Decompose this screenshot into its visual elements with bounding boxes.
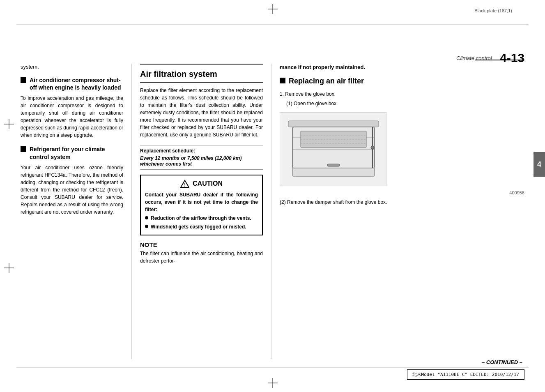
caution-bullet-2: Windshield gets easily fogged or misted. xyxy=(145,224,258,231)
replacing-icon xyxy=(280,78,285,83)
caution-intro: Contact your SUBARU dealer if the follow… xyxy=(145,192,258,212)
caution-body: Contact your SUBARU dealer if the follow… xyxy=(145,191,258,231)
middle-column: Air filtration system Replace the filter… xyxy=(131,64,271,359)
bullet-text-1: Reduction of the airflow through the ven… xyxy=(151,215,251,222)
crosshair-top xyxy=(268,4,278,14)
page-border-bottom xyxy=(16,367,529,367)
system-text: system. xyxy=(21,64,123,70)
caution-bullet-1: Reduction of the airflow through the ven… xyxy=(145,215,258,222)
air-filtration-body: Replace the filter element according to … xyxy=(140,87,263,138)
svg-text:!: ! xyxy=(184,182,186,187)
section2-heading: Refrigerant for your climate control sys… xyxy=(21,145,123,160)
footer-bar: 北米Model "A1110BE-C" EDITED: 2010/12/17 xyxy=(407,369,524,380)
glove-box-image xyxy=(280,112,386,186)
step-1-sub-text: Open the glove box. xyxy=(294,101,338,106)
bullet-text-2: Windshield gets easily fogged or misted. xyxy=(151,224,246,231)
note-body: The filter can influence the air conditi… xyxy=(140,250,263,265)
steps-list: 1. Remove the glove box. (1) Open the gl… xyxy=(280,90,524,108)
svg-point-23 xyxy=(371,146,374,149)
caution-triangle-icon: ! xyxy=(180,180,189,188)
step-1-sub-num: (1) xyxy=(286,101,294,106)
section1-icon xyxy=(21,77,26,83)
plate-info: Black plate (187,1) xyxy=(474,8,512,13)
page-number-separator xyxy=(494,55,497,61)
replacement-schedule-box: Replacement schedule: Every 12 months or… xyxy=(140,145,263,170)
section1-title: Air conditioner compressor shut-off when… xyxy=(30,76,123,91)
replacement-value: Every 12 months or 7,500 miles (12,000 k… xyxy=(140,155,263,167)
svg-rect-15 xyxy=(327,164,340,166)
note-box: NOTE The filter can influence the air co… xyxy=(140,241,263,265)
bullet-dot-1 xyxy=(145,216,148,219)
step-2-text: (2) Remove the damper shaft from the glo… xyxy=(280,198,524,206)
step-1-num: 1. xyxy=(280,91,285,97)
step-1-sub: (1) Open the glove box. xyxy=(280,100,524,108)
crosshair-bottom xyxy=(268,378,278,388)
continued-text: – CONTINUED – xyxy=(482,359,522,365)
caution-box: ! CAUTION Contact your SUBARU dealer if … xyxy=(140,175,263,235)
section2-body: Your air conditioner uses ozone friendly… xyxy=(21,164,123,216)
mid-top-rule xyxy=(140,64,263,65)
section2-icon xyxy=(21,146,26,152)
svg-rect-17 xyxy=(292,168,375,176)
replacement-label: Replacement schedule: xyxy=(140,148,263,154)
chapter-label: Climate control xyxy=(456,55,492,61)
replacing-title: Replacing an air filter xyxy=(289,77,364,85)
page-border-top xyxy=(16,25,529,25)
right-column: mance if not properly maintained. Replac… xyxy=(271,64,524,359)
section-tab: 4 xyxy=(534,152,545,177)
section1-body: To improve acceleration and gas mileage,… xyxy=(21,95,123,139)
caution-header: ! CAUTION xyxy=(145,180,258,188)
page-number: 4-13 xyxy=(500,51,524,65)
left-column: system. Air conditioner compressor shut-… xyxy=(21,64,131,359)
svg-rect-11 xyxy=(288,121,379,127)
section1-heading: Air conditioner compressor shut-off when… xyxy=(21,76,123,91)
bullet-dot-2 xyxy=(145,225,148,228)
caution-label: CAUTION xyxy=(193,180,223,187)
image-caption: 400956 xyxy=(280,190,524,195)
crosshair-left-bottom xyxy=(4,263,14,273)
mance-text: mance if not properly maintained. xyxy=(280,64,524,71)
content-area: system. Air conditioner compressor shut-… xyxy=(21,64,524,359)
air-filtration-title: Air filtration system xyxy=(140,69,263,83)
step-1: 1. Remove the glove box. xyxy=(280,90,524,98)
crosshair-left-top xyxy=(4,119,14,129)
section2-title: Refrigerant for your climate control sys… xyxy=(30,145,123,160)
step-1-text: Remove the glove box. xyxy=(285,91,336,97)
page-number-area: Climate control 4-13 xyxy=(456,51,524,65)
replacing-heading: Replacing an air filter xyxy=(280,77,524,85)
note-title: NOTE xyxy=(140,241,263,248)
